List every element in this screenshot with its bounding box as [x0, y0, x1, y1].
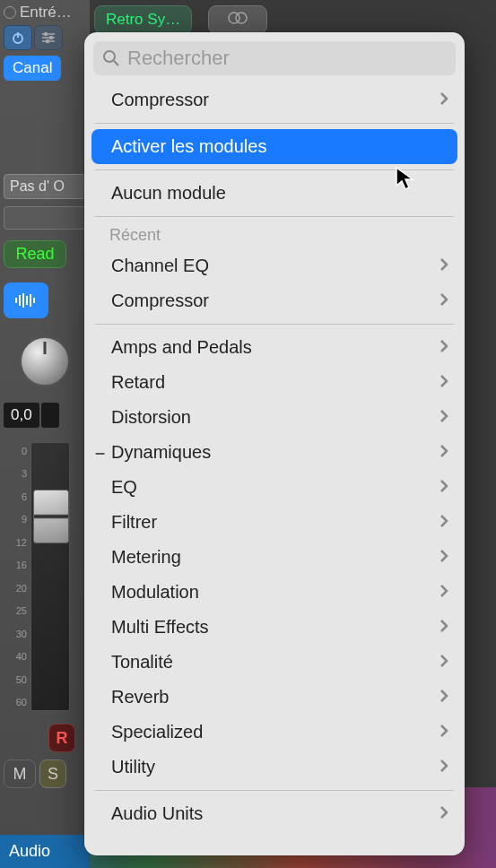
tick: 12 — [4, 537, 27, 548]
send-slot[interactable]: Pas d' O — [4, 174, 86, 199]
menu-item-label: Modulation — [111, 582, 199, 603]
menu-list: Compressor Activer les modules Aucun mod… — [84, 82, 465, 855]
mute-button[interactable]: M — [4, 760, 36, 788]
chevron-right-icon — [439, 337, 448, 358]
svg-rect-8 — [15, 298, 17, 303]
waveform-icon — [13, 292, 39, 308]
menu-category-item[interactable]: Multi Effects — [84, 610, 465, 645]
chevron-right-icon — [439, 442, 448, 463]
menu-item-label: Audio Units — [111, 803, 203, 824]
svg-point-16 — [104, 51, 115, 62]
chevron-right-icon — [439, 291, 448, 311]
menu-divider — [95, 790, 454, 791]
tick: 3 — [4, 468, 27, 479]
svg-rect-12 — [30, 294, 31, 307]
tick: 40 — [4, 651, 27, 662]
svg-rect-10 — [22, 293, 24, 308]
menu-item-label: Activer les modules — [111, 136, 266, 157]
menu-category-item[interactable]: Filtrer — [84, 505, 465, 540]
menu-activate-modules[interactable]: Activer les modules — [91, 129, 457, 164]
value-box-2[interactable] — [41, 403, 59, 428]
fader-area: 0 3 6 9 12 16 20 25 30 40 50 60 — [4, 442, 86, 711]
svg-point-6 — [50, 37, 53, 39]
menu-recent-item[interactable]: Channel EQ — [84, 248, 465, 283]
menu-item-label: Reverb — [111, 687, 169, 707]
empty-slot[interactable] — [4, 206, 86, 230]
search-input[interactable] — [127, 47, 447, 70]
chevron-right-icon — [439, 803, 448, 824]
dash-icon: – — [95, 442, 105, 463]
chevron-right-icon — [439, 512, 448, 533]
tick: 0 — [4, 446, 27, 456]
tick: 6 — [4, 491, 27, 502]
menu-category-item[interactable]: Metering — [84, 540, 465, 575]
input-label: Entré… — [20, 4, 72, 22]
menu-audio-units[interactable]: Audio Units — [84, 796, 465, 831]
menu-category-item[interactable]: Distorsion — [84, 400, 465, 435]
menu-recent-header: Récent — [84, 222, 465, 248]
menu-item-label: Aucun module — [111, 183, 226, 204]
svg-rect-13 — [33, 298, 35, 303]
svg-rect-9 — [19, 295, 21, 306]
menu-item-label: Compressor — [111, 291, 209, 311]
chevron-right-icon — [439, 372, 448, 393]
menu-item-label: Specialized — [111, 722, 203, 742]
pan-knob[interactable] — [20, 336, 70, 386]
header-pills: Retro Sy… — [94, 5, 267, 34]
chevron-right-icon — [439, 477, 448, 498]
input-selector[interactable]: Entré… — [4, 4, 86, 22]
channel-strip: Entré… Canal Pas d' O Read 0,0 0 3 6 9 1… — [0, 0, 90, 868]
menu-no-module[interactable]: Aucun module — [84, 176, 465, 211]
menu-category-item[interactable]: Specialized — [84, 715, 465, 750]
power-button[interactable] — [4, 25, 32, 50]
sliders-icon — [41, 31, 56, 44]
track-name-label[interactable]: Audio — [0, 835, 90, 868]
menu-item-label: Amps and Pedals — [111, 337, 252, 358]
menu-item-label: Compressor — [111, 90, 209, 110]
tick: 50 — [4, 674, 27, 685]
menu-category-item[interactable]: Tonalité — [84, 645, 465, 680]
menu-category-item[interactable]: Reverb — [84, 680, 465, 715]
svg-line-17 — [114, 61, 118, 65]
search-icon — [102, 49, 120, 67]
power-icon — [11, 30, 25, 45]
settings-button[interactable] — [34, 25, 63, 50]
menu-divider — [95, 123, 454, 124]
menu-item-label: Channel EQ — [111, 256, 209, 276]
pan-value[interactable]: 0,0 — [4, 403, 39, 428]
menu-divider — [95, 324, 454, 325]
menu-current-plugin[interactable]: Compressor — [84, 82, 465, 117]
fader-track[interactable] — [30, 442, 70, 711]
menu-item-label: Distorsion — [111, 407, 191, 428]
menu-category-item[interactable]: Retard — [84, 365, 465, 400]
menu-category-item[interactable]: Modulation — [84, 575, 465, 610]
menu-recent-item[interactable]: Compressor — [84, 283, 465, 318]
canal-button[interactable]: Canal — [4, 56, 61, 81]
menu-category-item[interactable]: Amps and Pedals — [84, 330, 465, 365]
input-circle-icon — [4, 6, 16, 19]
tick: 60 — [4, 697, 27, 707]
search-box[interactable] — [93, 41, 456, 75]
fader-handle[interactable] — [33, 490, 69, 543]
tick: 30 — [4, 629, 27, 639]
svg-point-7 — [47, 40, 49, 43]
menu-category-item[interactable]: –Dynamiques — [84, 435, 465, 470]
tick: 20 — [4, 583, 27, 594]
stereo-pill[interactable] — [208, 5, 267, 34]
menu-category-item[interactable]: EQ — [84, 470, 465, 505]
solo-button[interactable]: S — [39, 760, 66, 788]
chevron-right-icon — [439, 407, 448, 428]
automation-mode-button[interactable]: Read — [4, 240, 66, 268]
plugin-menu-popover: Compressor Activer les modules Aucun mod… — [84, 32, 465, 855]
record-button[interactable]: R — [48, 724, 75, 752]
chevron-right-icon — [439, 652, 448, 673]
tick: 25 — [4, 605, 27, 616]
plugin-pill[interactable]: Retro Sy… — [94, 5, 192, 34]
menu-category-item[interactable]: Utility — [84, 750, 465, 785]
chevron-right-icon — [439, 90, 448, 110]
chevron-right-icon — [439, 547, 448, 568]
eq-button[interactable] — [4, 282, 48, 318]
chevron-right-icon — [439, 582, 448, 603]
chevron-right-icon — [439, 256, 448, 276]
chevron-right-icon — [439, 617, 448, 638]
